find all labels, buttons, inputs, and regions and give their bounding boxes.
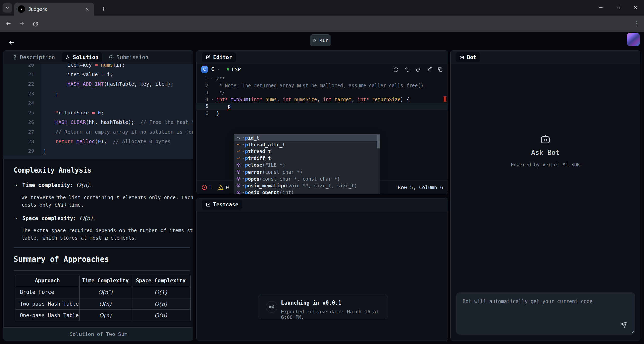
format-code-icon[interactable] bbox=[426, 67, 432, 72]
editor-toolbar: C C LSP bbox=[197, 64, 448, 75]
table-row: One-pass Hash TableO(n)O(n) bbox=[15, 310, 190, 321]
table-header-row: ApproachTime ComplexitySpace Complexity bbox=[15, 275, 190, 286]
cube-icon bbox=[236, 170, 241, 174]
editor-code-line: 6} bbox=[197, 110, 448, 117]
tab-solution[interactable]: Solution bbox=[62, 52, 102, 62]
cursor-position: Row 5, Column 6 bbox=[398, 184, 443, 190]
solution-panel-tabs: DescriptionSolutionSubmission bbox=[4, 51, 193, 64]
fold-chevron-icon[interactable] bbox=[208, 96, 216, 103]
 bbox=[208, 89, 216, 96]
browser-tab[interactable]: ▲ Judge4c bbox=[14, 3, 94, 16]
launch-announcement-card: Launching in v0.0.1 Expected release dat… bbox=[258, 294, 388, 319]
tab-submission[interactable]: Submission bbox=[105, 52, 152, 62]
editor-code-line: 5 p bbox=[197, 103, 448, 110]
text-cursor bbox=[231, 104, 231, 109]
tab-close-icon[interactable] bbox=[84, 6, 91, 13]
completion-item[interactable]: •pid_t bbox=[234, 134, 380, 141]
tab-title: Judge4c bbox=[28, 6, 84, 12]
tab-search-chevron-button[interactable] bbox=[3, 3, 12, 13]
typedef-link-icon bbox=[236, 156, 241, 160]
launch-title: Launching in v0.0.1 bbox=[281, 300, 341, 306]
analysis-list: •Time complexity: O(n).We traverse the l… bbox=[14, 182, 193, 242]
window-minimize-button[interactable] bbox=[595, 3, 607, 13]
code-line: 28 return malloc(0); // Allocate 0 bytes bbox=[4, 137, 193, 146]
completion-item[interactable]: •posix_openpt(int) bbox=[234, 189, 380, 194]
new-tab-button[interactable] bbox=[99, 4, 108, 14]
completion-item[interactable]: •posix_memalign(void **, size_t, size_t) bbox=[234, 182, 380, 189]
browser-reload-button[interactable] bbox=[30, 19, 40, 29]
code-line: 26 HASH_CLEAR(hh, hashTable); // Free th… bbox=[4, 117, 193, 127]
editor-code-line: 2 * Note: The returned array must be mal… bbox=[197, 82, 448, 89]
tab-description[interactable]: Description bbox=[9, 52, 59, 62]
tab-editor[interactable]: Editor bbox=[202, 52, 236, 62]
completion-item[interactable]: •popen(const char *, const char *) bbox=[234, 175, 380, 182]
broadcast-icon bbox=[266, 301, 277, 313]
browser-tab-strip: ▲ Judge4c bbox=[0, 0, 644, 16]
code-line: 25 *returnSize = 0; bbox=[4, 108, 193, 117]
cube-icon bbox=[236, 190, 241, 194]
pencil-square-icon bbox=[206, 55, 211, 60]
favicon-icon: ▲ bbox=[18, 5, 25, 13]
browser-forward-button[interactable] bbox=[17, 19, 27, 29]
send-icon[interactable] bbox=[620, 321, 627, 328]
analysis-heading: Complexity Analysis bbox=[14, 166, 193, 174]
launch-subtitle: Expected release date: March 16 at 6:00 … bbox=[281, 309, 388, 320]
completion-item[interactable]: •pthread_attr_t bbox=[234, 141, 380, 148]
error-count-icon bbox=[201, 184, 207, 190]
completion-item[interactable]: •pclose(FILE *) bbox=[234, 162, 380, 168]
solution-panel: DescriptionSolutionSubmission 20 item→ke… bbox=[3, 50, 193, 341]
completion-item[interactable]: •ptrdiff_t bbox=[234, 155, 380, 162]
bot-icon bbox=[540, 134, 551, 145]
code-line: 20 item→key = nums[i]; bbox=[4, 64, 193, 70]
approaches-table: ApproachTime ComplexitySpace ComplexityB… bbox=[15, 275, 191, 321]
fold-chevron-icon[interactable] bbox=[208, 75, 216, 82]
editor-code-line: 3 */ bbox=[197, 89, 448, 96]
check-circle-icon bbox=[109, 55, 114, 60]
language-chevron-icon[interactable] bbox=[216, 67, 220, 71]
redo-icon[interactable] bbox=[415, 67, 421, 72]
dropdown-scrollbar-thumb[interactable] bbox=[377, 135, 380, 148]
tab-bot[interactable]: Bot bbox=[456, 52, 480, 62]
error-count: 1 bbox=[209, 184, 212, 190]
reset-code-icon[interactable] bbox=[393, 67, 399, 72]
bot-empty-title: Ask Bot bbox=[451, 149, 640, 156]
section-divider bbox=[14, 247, 190, 248]
browser-menu-icon[interactable]: ⋮ bbox=[632, 19, 642, 29]
bot-message-input[interactable] bbox=[456, 292, 635, 335]
 bbox=[208, 110, 216, 117]
tab-testcase[interactable]: Testcase bbox=[202, 200, 242, 210]
app-root: Run DescriptionSolutionSubmission 20 ite… bbox=[0, 32, 644, 344]
bot-empty-subtitle: Powered by Vercel Ai SDK bbox=[451, 162, 640, 167]
analysis-bullet: •Space complexity: O(n). bbox=[15, 215, 193, 221]
language-label[interactable]: C bbox=[211, 66, 214, 72]
browser-back-button[interactable] bbox=[4, 19, 14, 29]
typedef-link-icon bbox=[236, 149, 241, 153]
typedef-link-icon bbox=[236, 142, 241, 147]
complexity-analysis-section: Complexity Analysis •Time complexity: O(… bbox=[14, 166, 193, 248]
checkbox-icon bbox=[206, 202, 211, 207]
window-close-button[interactable] bbox=[629, 3, 642, 13]
warning-count-icon bbox=[218, 184, 224, 190]
copy-code-icon[interactable] bbox=[437, 67, 443, 72]
 bbox=[208, 103, 216, 110]
completion-item[interactable]: •pthread_t bbox=[234, 148, 380, 155]
testcase-panel: Testcase Launching in v0.0.1 Expected re… bbox=[196, 198, 448, 341]
cube-icon bbox=[236, 183, 241, 188]
editor-code-area[interactable]: 1/**2 * Note: The returned array must be… bbox=[197, 75, 448, 181]
run-button[interactable]: Run bbox=[310, 34, 331, 46]
window-restore-button[interactable] bbox=[612, 3, 625, 13]
summary-heading: Summary of Approaches bbox=[14, 255, 109, 264]
undo-icon[interactable] bbox=[404, 67, 410, 72]
app-back-button[interactable] bbox=[6, 37, 17, 48]
completion-item[interactable]: •perror(const char *) bbox=[234, 168, 380, 175]
editor-panel-tabs: Editor bbox=[197, 51, 448, 64]
lsp-status-dot bbox=[227, 68, 229, 71]
table-row: Two-pass Hash TableO(n)O(n) bbox=[15, 298, 190, 310]
cube-icon bbox=[236, 177, 241, 181]
code-line: 29} bbox=[4, 146, 193, 156]
solution-code-block[interactable]: 20 item→key = nums[i];21 item→value = i;… bbox=[4, 64, 193, 159]
solution-code-lines: 20 item→key = nums[i];21 item→value = i;… bbox=[4, 64, 193, 156]
chevron-down-icon bbox=[5, 6, 10, 10]
user-avatar[interactable] bbox=[627, 33, 640, 46]
table-row: Brute ForceO(n²)O(1) bbox=[15, 286, 190, 298]
